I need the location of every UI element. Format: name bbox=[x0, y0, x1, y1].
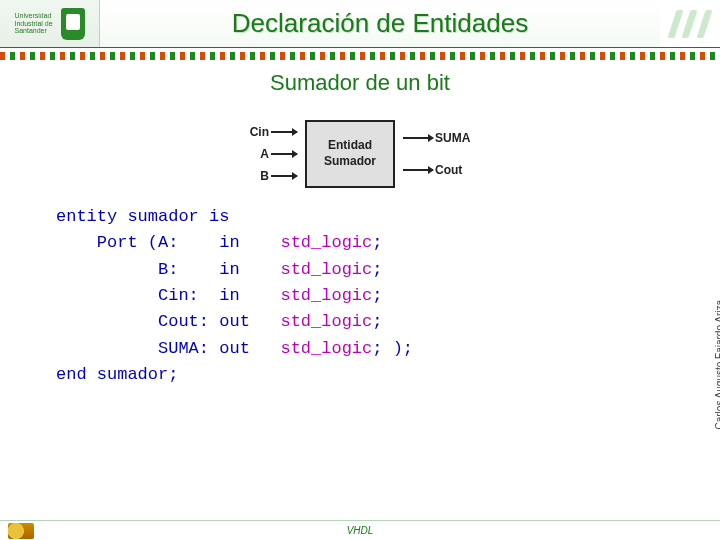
stripe-icon bbox=[697, 10, 713, 38]
footer-icon bbox=[8, 523, 34, 539]
title-container: Declaración de Entidades bbox=[100, 0, 660, 47]
code-type: std_logic bbox=[280, 233, 372, 252]
code-punct: ; bbox=[372, 260, 382, 279]
header-bar: Universidad Industrial de Santander Decl… bbox=[0, 0, 720, 48]
decor-dots bbox=[0, 52, 720, 60]
code-line: B: in bbox=[56, 260, 280, 279]
entity-box: Entidad Sumador bbox=[305, 120, 395, 188]
code-line: Cout: out bbox=[56, 312, 280, 331]
input-label: Cin bbox=[250, 125, 269, 139]
arrow-icon bbox=[271, 153, 297, 155]
entity-box-line: Entidad bbox=[328, 138, 372, 154]
decor-stripes bbox=[660, 0, 720, 47]
subtitle-area: Sumador de un bit bbox=[0, 60, 720, 102]
code-punct: ; bbox=[372, 233, 382, 252]
code-punct: ; bbox=[372, 286, 382, 305]
slide-title: Declaración de Entidades bbox=[232, 8, 528, 39]
institution-line: Industrial de bbox=[15, 20, 57, 28]
code-type: std_logic bbox=[280, 312, 372, 331]
code-type: std_logic bbox=[280, 286, 372, 305]
arrow-icon bbox=[403, 137, 433, 139]
code-line: Cin: in bbox=[56, 286, 280, 305]
vhdl-code: entity sumador is Port (A: in std_logic;… bbox=[0, 198, 720, 388]
shield-icon bbox=[61, 8, 85, 40]
institution-logo: Universidad Industrial de Santander bbox=[0, 0, 100, 47]
institution-line: Universidad bbox=[15, 12, 57, 20]
institution-name: Universidad Industrial de Santander bbox=[15, 12, 57, 35]
code-line: Port (A: in bbox=[56, 233, 280, 252]
code-line: end sumador; bbox=[56, 365, 178, 384]
code-punct: ; bbox=[372, 312, 382, 331]
code-line: SUMA: out bbox=[56, 339, 280, 358]
arrow-icon bbox=[403, 169, 433, 171]
input-label: B bbox=[260, 169, 269, 183]
code-type: std_logic bbox=[280, 260, 372, 279]
code-line: entity sumador is bbox=[56, 207, 229, 226]
subtitle: Sumador de un bit bbox=[0, 70, 720, 96]
stripe-icon bbox=[667, 10, 683, 38]
output-label: SUMA bbox=[435, 131, 470, 145]
output-labels: SUMA Cout bbox=[403, 131, 470, 177]
code-type: std_logic bbox=[280, 339, 372, 358]
stripe-icon bbox=[682, 10, 698, 38]
footer-title: VHDL bbox=[347, 525, 374, 536]
institution-line: Santander bbox=[15, 27, 57, 35]
arrow-icon bbox=[271, 131, 297, 133]
block-diagram: Cin A B Entidad Sumador SUMA Cout bbox=[0, 120, 720, 188]
input-label: A bbox=[260, 147, 269, 161]
arrow-icon bbox=[271, 175, 297, 177]
author-credit: Carlos Augusto Fajardo Ariza bbox=[714, 300, 720, 430]
input-labels: Cin A B bbox=[250, 125, 297, 183]
footer-bar: VHDL bbox=[0, 520, 720, 540]
output-label: Cout bbox=[435, 163, 462, 177]
code-punct: ; ); bbox=[372, 339, 413, 358]
entity-box-line: Sumador bbox=[324, 154, 376, 170]
